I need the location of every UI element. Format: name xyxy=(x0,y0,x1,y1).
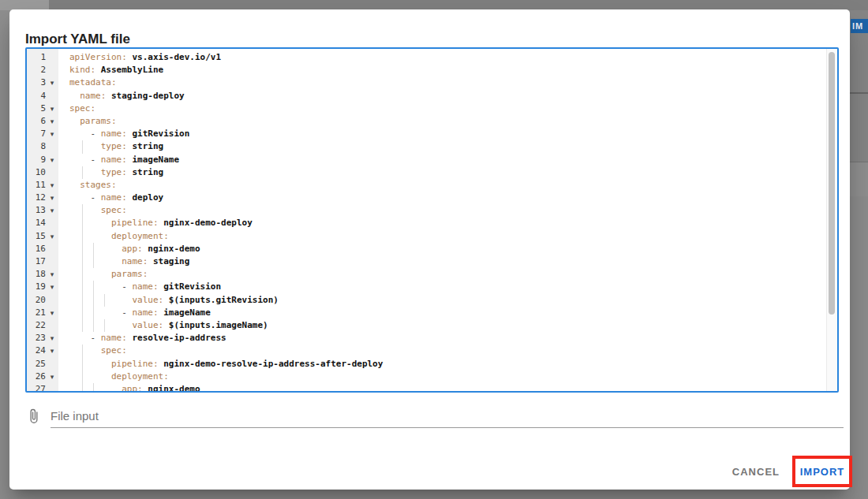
indent-guide xyxy=(93,255,94,268)
indent-guide xyxy=(82,344,83,357)
editor-scrollbar-thumb[interactable] xyxy=(829,52,835,315)
code-line: 27 app: nginx-demo xyxy=(27,383,826,393)
line-number: 1 xyxy=(27,51,46,64)
fold-arrow-icon[interactable]: ▾ xyxy=(46,128,58,140)
fold-gutter xyxy=(46,51,58,64)
yaml-code-editor[interactable]: 1apiVersion: vs.axis-dev.io/v12kind: Ass… xyxy=(25,47,839,393)
indent-guide xyxy=(93,383,94,393)
dialog-title: Import YAML file xyxy=(25,32,130,47)
indent-guide xyxy=(82,307,83,319)
code-text: app: nginx-demo xyxy=(58,243,826,255)
indent-guide xyxy=(82,140,83,153)
fold-gutter xyxy=(46,243,58,255)
fold-gutter xyxy=(46,294,58,307)
code-text: - name: imageName xyxy=(58,154,826,166)
code-line: 3▾metadata: xyxy=(27,76,826,89)
code-text: spec: xyxy=(58,204,826,217)
code-line: 5▾spec: xyxy=(27,102,826,115)
code-text: - name: imageName xyxy=(58,307,826,319)
fold-arrow-icon[interactable]: ▾ xyxy=(46,371,58,383)
background-import-button-fragment: IM xyxy=(851,19,868,33)
indent-guide xyxy=(82,255,83,268)
line-number: 13 xyxy=(27,204,46,217)
line-number: 11 xyxy=(27,179,46,192)
indent-guide xyxy=(82,243,83,255)
fold-arrow-icon[interactable]: ▾ xyxy=(46,344,58,357)
indent-guide xyxy=(104,294,105,307)
editor-lines: 1apiVersion: vs.axis-dev.io/v12kind: Ass… xyxy=(27,51,826,393)
paperclip-icon xyxy=(25,407,43,426)
fold-arrow-icon[interactable]: ▾ xyxy=(46,192,58,204)
code-line: 7▾ - name: gitRevision xyxy=(27,128,826,140)
line-number: 5 xyxy=(27,102,46,115)
code-text: name: staging xyxy=(58,255,826,268)
cancel-button[interactable]: CANCEL xyxy=(726,459,786,485)
code-line: 11▾ stages: xyxy=(27,179,826,192)
code-line: 16 app: nginx-demo xyxy=(27,243,826,255)
code-text: value: $(inputs.imageName) xyxy=(58,319,826,332)
code-line: 8 type: string xyxy=(27,140,826,153)
indent-guide xyxy=(82,204,83,217)
code-text: params: xyxy=(58,115,826,128)
code-text: spec: xyxy=(58,344,826,357)
fold-arrow-icon[interactable]: ▾ xyxy=(46,154,58,166)
fold-arrow-icon[interactable]: ▾ xyxy=(46,204,58,217)
code-line: 19▾ - name: gitRevision xyxy=(27,281,826,293)
fold-gutter xyxy=(46,255,58,268)
code-line: 9▾ - name: imageName xyxy=(27,154,826,166)
code-text: - name: resolve-ip-address xyxy=(58,332,826,344)
line-number: 6 xyxy=(27,115,46,128)
code-line: 17 name: staging xyxy=(27,255,826,268)
editor-scrollbar[interactable] xyxy=(826,49,837,391)
code-line: 24▾ spec: xyxy=(27,344,826,357)
indent-guide xyxy=(93,294,94,307)
code-line: 14 pipeline: nginx-demo-deploy xyxy=(27,217,826,229)
background-button-label: IM xyxy=(852,21,863,31)
line-number: 21 xyxy=(27,307,46,319)
screen: IM Import YAML file 1apiVersion: vs.axis… xyxy=(0,0,868,499)
fold-arrow-icon[interactable]: ▾ xyxy=(46,268,58,281)
code-line: 25 pipeline: nginx-demo-resolve-ip-addre… xyxy=(27,358,826,371)
code-text: name: staging-deploy xyxy=(58,90,826,102)
line-number: 17 xyxy=(27,255,46,268)
file-input-field[interactable]: File input xyxy=(51,404,844,428)
line-number: 25 xyxy=(27,358,46,371)
indent-guide xyxy=(82,230,83,243)
code-text: stages: xyxy=(58,179,826,192)
code-line: 21▾ - name: imageName xyxy=(27,307,826,319)
code-text: - name: deploy xyxy=(58,192,826,204)
fold-arrow-icon[interactable]: ▾ xyxy=(46,230,58,243)
fold-arrow-icon[interactable]: ▾ xyxy=(46,307,58,319)
fold-gutter xyxy=(46,358,58,371)
code-text: metadata: xyxy=(58,76,826,89)
fold-arrow-icon[interactable]: ▾ xyxy=(46,179,58,192)
fold-arrow-icon[interactable]: ▾ xyxy=(46,115,58,128)
line-number: 2 xyxy=(27,64,46,76)
indent-guide xyxy=(82,217,83,229)
line-number: 18 xyxy=(27,268,46,281)
code-line: 18▾ params: xyxy=(27,268,826,281)
line-number: 22 xyxy=(27,319,46,332)
code-text: - name: gitRevision xyxy=(58,281,826,293)
code-line: 13▾ spec: xyxy=(27,204,826,217)
indent-guide xyxy=(93,281,94,293)
background-row-fragment xyxy=(850,162,868,196)
line-number: 24 xyxy=(27,344,46,357)
indent-guide xyxy=(82,319,83,332)
fold-arrow-icon[interactable]: ▾ xyxy=(46,332,58,344)
code-text: type: string xyxy=(58,140,826,153)
indent-guide xyxy=(82,294,83,307)
code-line: 26▾ deployment: xyxy=(27,371,826,383)
code-line: 23▾ - name: resolve-ip-address xyxy=(27,332,826,344)
code-line: 20 value: $(inputs.gitRevision) xyxy=(27,294,826,307)
fold-arrow-icon[interactable]: ▾ xyxy=(46,281,58,293)
indent-guide xyxy=(82,371,83,383)
file-input[interactable]: File input xyxy=(25,404,844,428)
import-button[interactable]: IMPORT xyxy=(800,466,845,478)
line-number: 16 xyxy=(27,243,46,255)
code-text: pipeline: nginx-demo-deploy xyxy=(58,217,826,229)
fold-arrow-icon[interactable]: ▾ xyxy=(46,76,58,89)
fold-arrow-icon[interactable]: ▾ xyxy=(46,102,58,115)
code-line: 12▾ - name: deploy xyxy=(27,192,826,204)
code-text: value: $(inputs.gitRevision) xyxy=(58,294,826,307)
